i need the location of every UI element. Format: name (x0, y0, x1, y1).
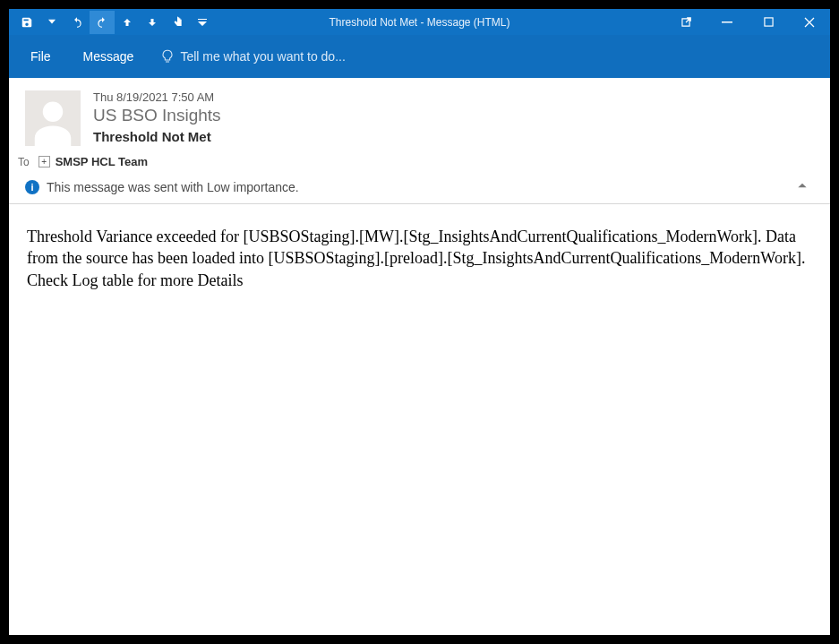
popout-button[interactable] (665, 9, 706, 35)
window-controls (665, 9, 830, 35)
recipients-row: To + SMSP HCL Team (9, 150, 830, 174)
dropdown-icon (48, 16, 56, 29)
redo-icon (96, 16, 108, 29)
tell-me-placeholder: Tell me what you want to do... (180, 49, 345, 64)
save-button[interactable] (14, 11, 39, 34)
message-tab[interactable]: Message (67, 40, 150, 73)
title-bar: Threshold Not Met - Message (HTML) (9, 9, 830, 35)
hand-icon (171, 16, 184, 29)
minimize-button[interactable] (706, 9, 748, 35)
customize-qat-button[interactable] (190, 11, 215, 34)
importance-text: This message was sent with Low importanc… (47, 180, 299, 194)
down-arrow-icon (147, 17, 158, 28)
undo-icon (71, 16, 83, 29)
body-text: Threshold Variance exceeded for [USBSOSt… (27, 228, 805, 289)
svg-rect-0 (722, 21, 732, 23)
importance-bar: i This message was sent with Low importa… (9, 174, 830, 203)
chevron-down-icon (198, 18, 207, 27)
file-tab[interactable]: File (14, 40, 67, 73)
maximize-icon (764, 17, 774, 27)
maximize-button[interactable] (748, 9, 789, 35)
expand-recipients-button[interactable]: + (39, 156, 50, 167)
header-fields: Thu 8/19/2021 7:50 AM US BSO Insights Th… (93, 90, 814, 146)
to-label: To (18, 156, 30, 168)
message-subject: Threshold Not Met (93, 129, 814, 144)
outlook-message-window: Threshold Not Met - Message (HTML) File … (9, 9, 830, 635)
svg-rect-1 (764, 18, 772, 26)
message-header: Thu 8/19/2021 7:50 AM US BSO Insights Th… (9, 78, 830, 150)
window-title: Threshold Not Met - Message (HTML) (329, 16, 509, 29)
next-item-button[interactable] (140, 11, 165, 34)
collapse-header-button[interactable] (796, 179, 814, 194)
prev-item-button[interactable] (115, 11, 140, 34)
lightbulb-icon (160, 49, 175, 64)
quick-access-toolbar (9, 11, 215, 34)
recipient-name: SMSP HCL Team (56, 155, 148, 168)
qat-spacer[interactable] (39, 11, 64, 34)
minimize-icon (722, 17, 732, 28)
save-icon (21, 16, 33, 29)
info-icon: i (25, 180, 39, 194)
person-icon (29, 98, 77, 146)
tell-me-search[interactable]: Tell me what you want to do... (150, 35, 355, 78)
message-body[interactable]: Threshold Variance exceeded for [USBSOSt… (9, 204, 830, 635)
ribbon: File Message Tell me what you want to do… (9, 35, 830, 78)
popout-icon (680, 16, 692, 29)
close-button[interactable] (789, 9, 830, 35)
sender-avatar (25, 90, 81, 146)
touch-mode-button[interactable] (165, 11, 190, 34)
message-sender: US BSO Insights (93, 106, 814, 125)
up-arrow-icon (122, 17, 133, 28)
chevron-up-icon (796, 179, 809, 192)
redo-button[interactable] (90, 11, 115, 34)
message-date: Thu 8/19/2021 7:50 AM (93, 90, 814, 104)
undo-button[interactable] (64, 11, 90, 34)
close-icon (804, 17, 815, 28)
